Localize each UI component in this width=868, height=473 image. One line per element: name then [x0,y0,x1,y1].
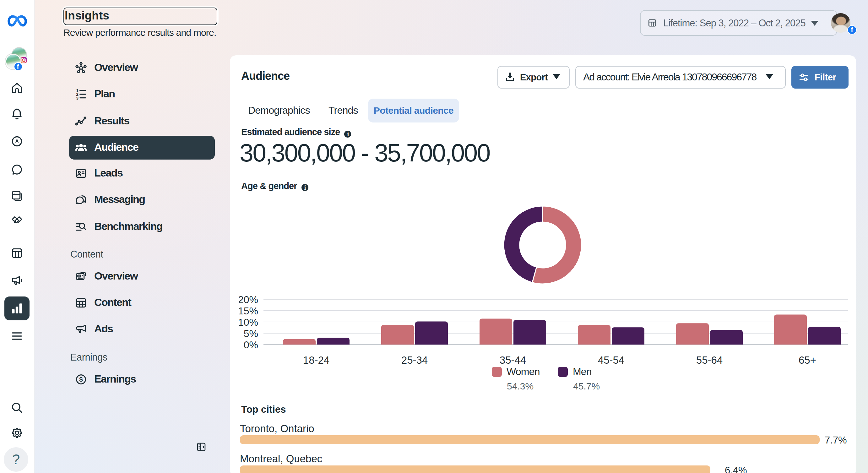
svg-text:55-64: 55-64 [696,354,722,366]
svg-text:0%: 0% [244,339,258,350]
svg-text:18-24: 18-24 [303,354,330,366]
svg-text:25-34: 25-34 [401,354,428,366]
svg-text:35-44: 35-44 [500,354,526,366]
svg-text:15%: 15% [239,305,258,317]
svg-text:$: $ [79,376,83,383]
svg-text:10%: 10% [239,317,258,328]
svg-text:3: 3 [76,96,79,100]
svg-text:45-54: 45-54 [598,354,624,366]
svg-text:20%: 20% [239,294,258,305]
svg-text:5%: 5% [244,328,258,339]
svg-text:65+: 65+ [799,354,816,366]
